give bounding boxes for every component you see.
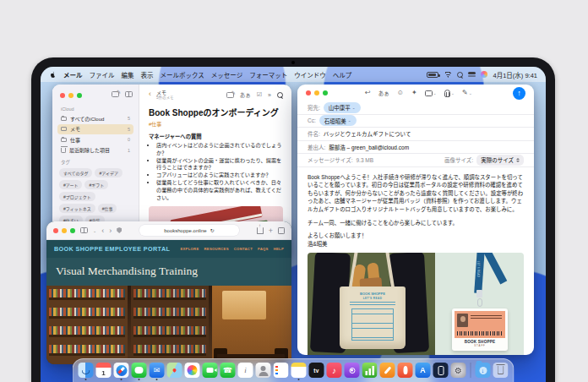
apple-menu-icon[interactable] [49, 71, 57, 79]
tag-work[interactable]: #仕事 [98, 204, 117, 213]
dock-photos-icon[interactable] [185, 363, 200, 378]
nav-link-contact[interactable]: CONTACT [234, 247, 253, 251]
dock-trash-icon[interactable] [493, 363, 509, 378]
minimize-button[interactable] [314, 90, 319, 96]
dock-phone-icon[interactable]: ☎ [220, 363, 236, 378]
tab-overview-icon[interactable] [278, 227, 285, 234]
privacy-shield-icon[interactable] [117, 227, 122, 233]
tag-gift[interactable]: #ギフト [84, 180, 108, 189]
markup-icon[interactable]: ✎ [462, 90, 468, 96]
back-chevron-icon[interactable]: ‹ [149, 90, 151, 97]
forward-icon[interactable]: › [109, 226, 112, 235]
tag-art[interactable]: #アート [59, 180, 82, 189]
send-button[interactable]: ↑ [513, 87, 525, 100]
wifi-icon[interactable] [444, 71, 452, 78]
subject-field[interactable]: 件名: バッジとウェルカムギフトについて [297, 128, 534, 141]
battery-icon[interactable] [427, 72, 438, 78]
nav-link-resources[interactable]: RESOURCES [204, 247, 229, 251]
apple-intelligence-icon[interactable] [481, 71, 487, 78]
dock-finder-icon[interactable] [79, 363, 94, 378]
tag-idea[interactable]: #アイデア [95, 168, 122, 177]
address-bar[interactable]: bookshoppe.online ↻ [139, 225, 239, 236]
recipient-pill[interactable]: 石垣昭美⌄ [319, 115, 357, 126]
sidebar-item-notes[interactable]: メモ5 [57, 124, 133, 135]
from-field[interactable]: 差出人: 服部浩 – green_ball@icloud.com [297, 141, 534, 155]
menu-edit[interactable]: 編集 [122, 70, 134, 79]
reload-icon[interactable]: ↻ [210, 227, 215, 233]
spotlight-search-icon[interactable] [457, 72, 463, 78]
tag-project[interactable]: #プロジェクト [59, 192, 95, 201]
dock-reminders-icon[interactable] [274, 363, 289, 378]
sidebar-item-all-icloud[interactable]: すべてのiCloud5 [57, 113, 133, 124]
zoom-button[interactable] [323, 90, 328, 96]
minimize-button[interactable] [62, 228, 67, 233]
compose-icon[interactable] [226, 92, 234, 98]
dock-notes-icon[interactable] [291, 363, 307, 378]
attachment-icon[interactable] [444, 90, 450, 97]
emoji-icon[interactable]: ☺ [397, 90, 404, 96]
tag-fitness[interactable]: #フィットネス [59, 204, 95, 213]
menu-message[interactable]: メッセージ [211, 70, 242, 79]
site-brand[interactable]: BOOK SHOPPE EMPLOYEE PORTAL [54, 245, 170, 253]
more-icon[interactable]: » [268, 92, 271, 98]
dock-numbers-icon[interactable] [362, 363, 378, 378]
nav-link-explore[interactable]: EXPLORE [180, 247, 199, 251]
dock-launchpad-icon[interactable] [398, 363, 413, 378]
menu-view[interactable]: 表示 [141, 70, 154, 79]
sidebar-icon[interactable] [80, 227, 88, 233]
dock-downloads-icon[interactable]: ↓ [476, 363, 491, 378]
dock-calendar-icon[interactable]: 1 [96, 363, 112, 378]
share-icon[interactable] [257, 227, 264, 234]
dock-safari-icon[interactable] [114, 363, 129, 378]
menu-format[interactable]: フォーマット [249, 70, 287, 79]
dock-facetime-icon[interactable] [203, 363, 218, 378]
dock-mail-icon[interactable]: ✉ [150, 363, 165, 378]
control-center-icon[interactable] [468, 71, 476, 78]
minimize-button[interactable] [68, 93, 74, 98]
dock-app-store-icon[interactable]: A [416, 363, 431, 378]
back-icon[interactable]: ‹ [101, 226, 104, 235]
tag-all[interactable]: すべてのタグ [59, 168, 92, 177]
tote-bag-photo[interactable]: BOOK SHOPPE LET'S READ [308, 253, 435, 355]
close-button[interactable] [306, 90, 311, 96]
zoom-button[interactable] [70, 228, 75, 233]
menu-clock[interactable]: 4月1日(水) 9:41 [493, 70, 537, 79]
dock-podcasts-icon[interactable] [345, 363, 360, 378]
dock-tips-icon[interactable]: i [238, 363, 253, 378]
close-button[interactable] [60, 93, 65, 98]
checklist-icon[interactable]: ☑ [257, 91, 262, 98]
nav-link-faqs[interactable]: FAQS [258, 247, 269, 251]
menu-file[interactable]: ファイル [90, 70, 115, 79]
dock-settings-icon[interactable]: ⚙ [451, 363, 466, 378]
close-button[interactable] [53, 228, 58, 233]
new-tab-icon[interactable]: + [269, 226, 273, 235]
format-text-icon[interactable]: あぁ [240, 90, 251, 99]
image-playground-icon[interactable]: ✦ [411, 90, 417, 96]
employee-badge-photo[interactable]: LET'S READ BOOK SHOPPE STAFF [435, 253, 524, 355]
dock-pages-icon[interactable] [380, 363, 395, 378]
dock-tv-icon[interactable]: tv [309, 363, 324, 378]
dock-contacts-icon[interactable] [256, 363, 271, 378]
dock-music-icon[interactable]: ♪ [327, 363, 342, 378]
menu-mail[interactable]: メール [63, 70, 83, 79]
image-size-select[interactable]: 実際のサイズ [476, 155, 524, 166]
photo-browser-icon[interactable] [425, 90, 433, 96]
to-field[interactable]: 宛先: 山中康平⌄ [297, 101, 534, 115]
note-tag[interactable]: #仕事 [149, 120, 283, 128]
dock-iphone-mirroring-icon[interactable] [433, 363, 449, 378]
zoom-button[interactable] [77, 93, 82, 98]
search-icon[interactable] [277, 92, 283, 98]
nav-link-help[interactable]: HELP [274, 247, 284, 251]
new-folder-icon[interactable] [112, 91, 119, 97]
undo-icon[interactable]: ↩ [365, 90, 371, 96]
recipient-pill[interactable]: 山中康平⌄ [324, 102, 361, 113]
cc-field[interactable]: Cc: 石垣昭美⌄ [297, 115, 534, 128]
menu-help[interactable]: ヘルプ [333, 70, 352, 79]
message-body[interactable]: Book Shoppeへようこそ！入社手続きや研修が滞りなく進んで、順調なスター… [297, 167, 534, 248]
dock-messages-icon[interactable] [132, 363, 147, 378]
menu-window[interactable]: ウインドウ [294, 70, 326, 79]
format-text-icon[interactable]: あぁ [378, 89, 389, 97]
dock-maps-icon[interactable] [167, 363, 182, 378]
chevron-down-icon[interactable]: ⌄ [93, 228, 96, 233]
sidebar-item-work[interactable]: 仕事0 [57, 134, 133, 145]
